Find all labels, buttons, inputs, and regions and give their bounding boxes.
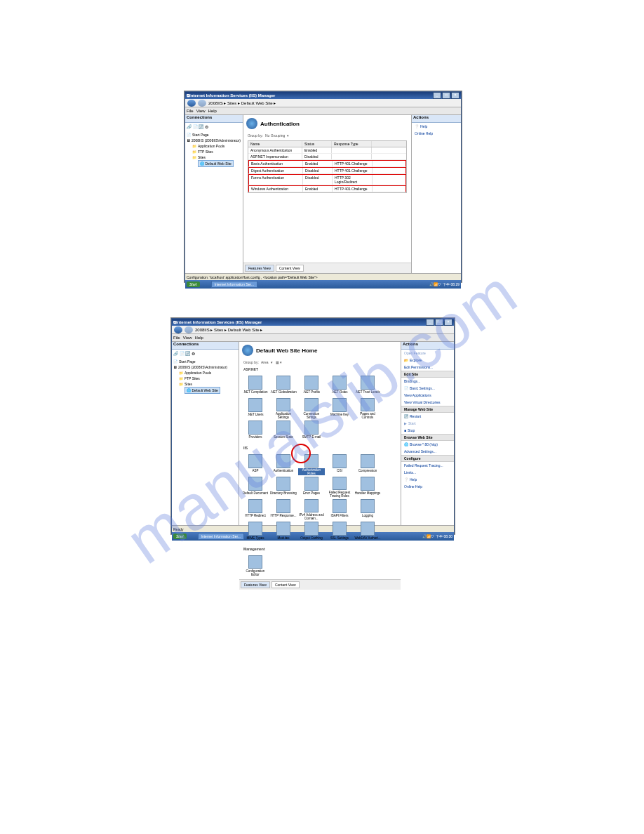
col-name[interactable]: Name: [248, 141, 302, 147]
menu-help[interactable]: Help: [208, 109, 217, 113]
feature-icon-item[interactable]: Connection Strings: [298, 398, 325, 419]
action-bindings[interactable]: Bindings...: [401, 378, 454, 385]
action-view-apps[interactable]: View Applications: [401, 392, 454, 399]
menu-file[interactable]: File: [187, 109, 194, 113]
tree-default-site[interactable]: 🌐 Default Web Site: [173, 387, 237, 394]
feature-icon-item[interactable]: ASP: [242, 454, 269, 475]
feature-icon-item[interactable]: Application Settings: [270, 398, 297, 419]
groupby-value[interactable]: Area: [261, 360, 269, 364]
feature-icon-item[interactable]: HTTP Response...: [270, 499, 297, 520]
tab-features-view[interactable]: Features View: [245, 265, 274, 272]
titlebar[interactable]: ⧉ Internet Information Services (IIS) Ma…: [185, 92, 461, 99]
action-online-help[interactable]: Online Help: [401, 483, 454, 490]
tree-ftp-sites[interactable]: 📁 FTP Sites: [187, 149, 241, 154]
tree-app-pools[interactable]: 📁 Application Pools: [187, 143, 241, 149]
back-button[interactable]: [187, 100, 196, 107]
feature-icon-item[interactable]: Failed Request Tracing Rules: [326, 477, 353, 498]
tree-sites[interactable]: 📁 Sites: [187, 154, 241, 160]
action-open-feature[interactable]: Open Feature: [401, 350, 454, 357]
tree-sites[interactable]: 📁 Sites: [173, 381, 237, 387]
feature-icon-item[interactable]: SMTP E-mail: [298, 421, 325, 442]
menu-help[interactable]: Help: [195, 336, 203, 340]
menu-view[interactable]: View: [183, 336, 192, 340]
feature-icon-item[interactable]: Configuration Editor: [242, 555, 269, 576]
table-row[interactable]: ASP.NET ImpersonationDisabled: [248, 154, 406, 160]
breadcrumb[interactable]: 2008IIS ▸ Sites ▸ Default Web Site ▸: [208, 100, 276, 105]
tab-content-view[interactable]: Content View: [271, 581, 300, 588]
feature-icon-item[interactable]: Handler Mappings: [354, 477, 381, 498]
feature-icon-item[interactable]: IPv4 Address and Domain...: [298, 499, 325, 520]
start-button[interactable]: Start: [173, 534, 187, 539]
start-button[interactable]: Start: [187, 282, 200, 287]
minimize-button[interactable]: _: [426, 319, 434, 326]
tree-start-page[interactable]: 📄 Start Page: [173, 359, 237, 364]
feature-icon-item[interactable]: SSL Settings: [326, 522, 353, 543]
action-limits[interactable]: Limits...: [401, 469, 454, 476]
table-row[interactable]: Anonymous AuthenticationEnabled: [248, 147, 406, 154]
feature-icon-item[interactable]: Authorization Rules: [298, 454, 325, 475]
table-row[interactable]: Basic AuthenticationEnabledHTTP 401 Chal…: [248, 160, 406, 167]
tab-content-view[interactable]: Content View: [276, 265, 304, 272]
tree-app-pools[interactable]: 📁 Application Pools: [173, 370, 237, 376]
feature-icon-item[interactable]: Error Pages: [298, 477, 325, 498]
action-basic-settings[interactable]: 📄 Basic Settings...: [401, 385, 454, 392]
taskbar-app[interactable]: Internet Information Ser...: [198, 533, 244, 540]
menu-view[interactable]: View: [196, 109, 206, 113]
maximize-button[interactable]: □: [442, 92, 450, 99]
tray-icons[interactable]: 🔊📶🛡: [429, 282, 441, 286]
feature-icon-item[interactable]: MIME Types: [242, 522, 269, 543]
action-stop[interactable]: ■ Stop: [401, 427, 454, 434]
feature-icon-item[interactable]: .NET Users: [242, 398, 269, 419]
action-help[interactable]: ❔ Help: [412, 123, 461, 130]
menu-file[interactable]: File: [173, 336, 180, 340]
feature-icon-item[interactable]: WebDAV Authori...: [354, 522, 381, 543]
table-row[interactable]: Digest AuthenticationDisabledHTTP 401 Ch…: [248, 167, 406, 174]
action-failed-tracing[interactable]: Failed Request Tracing...: [401, 462, 454, 469]
breadcrumb[interactable]: 2008IIS ▸ Sites ▸ Default Web Site ▸: [195, 327, 262, 332]
action-start[interactable]: ▶ Start: [401, 420, 454, 427]
action-online-help[interactable]: Online Help: [412, 130, 461, 137]
feature-icon-item[interactable]: .NET Compilation: [242, 376, 269, 397]
feature-icon-item[interactable]: Pages and Controls: [354, 398, 381, 419]
titlebar[interactable]: ⧉ Internet Information Services (IIS) Ma…: [172, 319, 454, 326]
col-response[interactable]: Response Type: [332, 141, 372, 147]
action-view-vdirs[interactable]: View Virtual Directories: [401, 399, 454, 406]
feature-icon-item[interactable]: Providers: [242, 421, 269, 442]
tree-ftp-sites[interactable]: 📁 FTP Sites: [173, 376, 237, 381]
feature-icon-item[interactable]: ISAPI Filters: [326, 499, 353, 520]
action-explore[interactable]: 📂 Explore: [401, 357, 454, 364]
forward-button[interactable]: [198, 100, 206, 107]
table-row[interactable]: Windows AuthenticationEnabledHTTP 401 Ch…: [248, 185, 406, 192]
feature-icon-item[interactable]: .NET Globalization: [270, 376, 297, 397]
close-button[interactable]: ×: [444, 319, 452, 326]
feature-icon-item[interactable]: CGI: [326, 454, 353, 475]
action-help[interactable]: ❔ Help: [401, 476, 454, 483]
action-edit-permissions[interactable]: Edit Permissions...: [401, 364, 454, 371]
col-status[interactable]: Status: [302, 141, 332, 147]
feature-icon-item[interactable]: Logging: [354, 499, 381, 520]
tree-default-site[interactable]: 🌐 Default Web Site: [187, 160, 241, 167]
feature-icon-item[interactable]: .NET Roles: [326, 376, 353, 397]
feature-icon-item[interactable]: HTTP Redirect: [242, 499, 269, 520]
forward-button[interactable]: [185, 326, 193, 333]
taskbar-app[interactable]: Internet Information Ser...: [211, 281, 257, 288]
tree-start-page[interactable]: 📄 Start Page: [187, 132, 241, 138]
back-button[interactable]: [174, 326, 182, 333]
feature-icon-item[interactable]: Machine Key: [326, 398, 353, 419]
feature-icon-item[interactable]: Compression: [354, 454, 381, 475]
tree-server[interactable]: 🖥 2008IIS (2008IIS\Administrator): [187, 138, 241, 143]
tray-icons[interactable]: 🔊📶🛡: [422, 534, 434, 538]
close-button[interactable]: ×: [451, 92, 459, 99]
action-restart[interactable]: 🔄 Restart: [401, 413, 454, 420]
tab-features-view[interactable]: Features View: [241, 581, 270, 588]
table-row[interactable]: Forms AuthenticationDisabledHTTP 302 Log…: [248, 174, 406, 185]
feature-icon-item[interactable]: Modules: [270, 522, 297, 543]
feature-icon-item[interactable]: .NET Trust Levels: [354, 376, 381, 397]
minimize-button[interactable]: _: [433, 92, 441, 99]
feature-icon-item[interactable]: Session State: [270, 421, 297, 442]
feature-icon-item[interactable]: Authentication: [270, 454, 297, 475]
feature-icon-item[interactable]: Directory Browsing: [270, 477, 297, 498]
tree-server[interactable]: 🖥 2008IIS (2008IIS\Administrator): [173, 364, 237, 370]
feature-icon-item[interactable]: .NET Profile: [298, 376, 325, 397]
feature-icon-item[interactable]: Default Document: [242, 477, 269, 498]
